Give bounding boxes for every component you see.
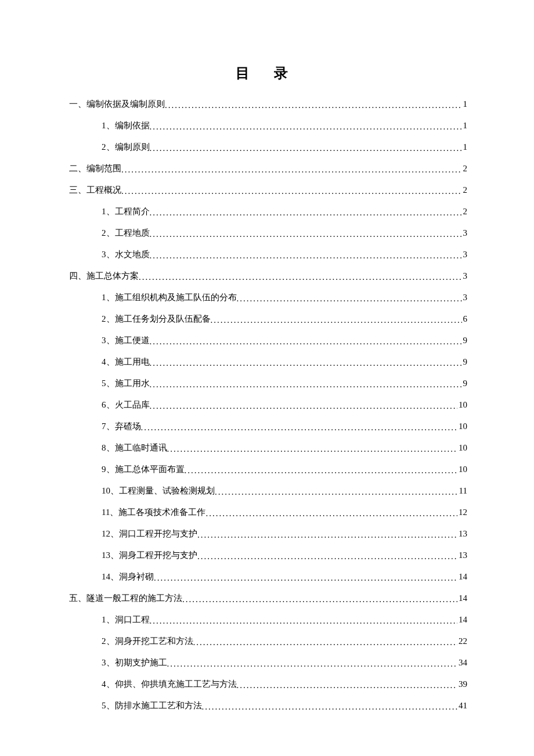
toc-entry-label: 一、编制依据及编制原则 [69, 100, 165, 109]
toc-entry: 2、编制原则 1 [67, 143, 467, 164]
toc-leader-dots [121, 165, 462, 174]
toc-entry-label: 5、施工用水 [102, 379, 150, 388]
toc-entry-page: 13 [457, 530, 467, 538]
toc-entry-page: 9 [462, 379, 468, 388]
toc-entry-page: 2 [462, 207, 468, 216]
toc-leader-dots [165, 101, 462, 110]
toc-leader-dots [150, 359, 462, 368]
toc-leader-dots [237, 294, 462, 303]
toc-entry: 14、洞身衬砌 14 [67, 573, 467, 594]
toc-leader-dots [150, 617, 458, 625]
toc-entry: 二、编制范围 2 [67, 164, 467, 186]
toc-entry: 5、防排水施工工艺和方法 41 [67, 701, 467, 723]
toc-entry-page: 3 [462, 250, 468, 259]
toc-leader-dots [237, 681, 458, 690]
toc-entry-label: 3、初期支护施工 [102, 658, 167, 667]
toc-entry: 11、施工各项技术准备工作 12 [67, 508, 467, 530]
toc-entry-page: 9 [462, 336, 468, 345]
toc-entry-page: 6 [462, 315, 468, 323]
toc-entry-page: 39 [457, 680, 467, 689]
toc-entry-label: 二、编制范围 [69, 164, 121, 173]
toc-leader-dots [139, 273, 462, 282]
toc-leader-dots [197, 531, 457, 539]
toc-entry-label: 11、施工各项技术准备工作 [102, 508, 205, 517]
toc-entry-label: 1、洞口工程 [102, 615, 150, 624]
toc-leader-dots [150, 380, 462, 389]
toc-entry: 五、隧道一般工程的施工方法 14 [67, 594, 467, 615]
toc-leader-dots [150, 123, 462, 131]
toc-entry-page: 2 [462, 186, 468, 195]
toc-leader-dots [150, 402, 458, 411]
toc-entry-page: 9 [462, 358, 468, 366]
toc-entry-label: 2、施工任务划分及队伍配备 [102, 315, 211, 323]
toc-entry-label: 三、工程概况 [69, 186, 121, 195]
toc-entry-label: 6、火工品库 [102, 401, 150, 409]
toc-entry: 四、施工总体方案 3 [67, 272, 467, 293]
toc-entry: 9、施工总体平面布置 10 [67, 465, 467, 487]
toc-entry: 7、弃碴场 10 [67, 422, 467, 444]
toc-title: 目 录 [67, 64, 467, 82]
toc-entry-label: 13、洞身工程开挖与支护 [102, 551, 197, 560]
toc-entry-page: 12 [457, 508, 467, 517]
toc-entry-label: 14、洞身衬砌 [102, 573, 154, 581]
toc-leader-dots [202, 703, 458, 711]
toc-entry-page: 1 [462, 121, 468, 130]
toc-entry-page: 10 [457, 444, 467, 452]
toc-entry-label: 9、施工总体平面布置 [102, 465, 185, 474]
toc-entry: 2、工程地质 3 [67, 229, 467, 250]
toc-entry: 8、施工临时通讯 10 [67, 444, 467, 465]
toc-entry: 4、施工用电 9 [67, 358, 467, 379]
toc-entry: 1、编制依据 1 [67, 121, 467, 143]
toc-leader-dots [197, 552, 457, 561]
toc-entry-page: 22 [457, 637, 467, 646]
toc-entry-label: 1、工程简介 [102, 207, 150, 216]
toc-leader-dots [185, 466, 458, 475]
toc-leader-dots [205, 509, 457, 518]
toc-entry: 三、工程概况 2 [67, 186, 467, 207]
toc-entry: 3、水文地质 3 [67, 250, 467, 272]
toc-leader-dots [211, 316, 462, 325]
toc-entry-page: 34 [457, 658, 467, 667]
toc-entry-page: 14 [457, 573, 467, 581]
toc-leader-dots [141, 423, 458, 432]
toc-leader-dots [150, 144, 462, 153]
toc-entry-page: 10 [457, 465, 467, 474]
toc-entry-label: 3、水文地质 [102, 250, 150, 259]
toc-leader-dots [154, 574, 457, 582]
toc-entry-page: 3 [462, 229, 468, 237]
toc-entry-label: 3、施工便道 [102, 336, 150, 345]
toc-leader-dots [167, 660, 458, 668]
toc-entry-page: 2 [462, 164, 468, 173]
toc-entry-label: 8、施工临时通讯 [102, 444, 167, 452]
toc-leader-dots [150, 337, 462, 346]
toc-leader-dots [121, 187, 462, 196]
toc-entry-label: 4、施工用电 [102, 358, 150, 366]
toc-entry-page: 10 [457, 401, 467, 409]
toc-entry-label: 2、编制原则 [102, 143, 150, 152]
toc-leader-dots [150, 251, 462, 260]
toc-entry-label: 12、洞口工程开挖与支护 [102, 530, 197, 538]
toc-entry-page: 41 [457, 701, 467, 710]
toc-entry-page: 3 [462, 272, 468, 280]
toc-entry-page: 11 [458, 487, 467, 495]
toc-entry: 4、仰拱、仰拱填充施工工艺与方法 39 [67, 680, 467, 701]
toc-entry: 10、工程测量、试验检测规划 11 [67, 487, 467, 508]
toc-entry-label: 四、施工总体方案 [69, 272, 139, 280]
page-content: 目 录 一、编制依据及编制原则 11、编制依据 12、编制原则 1二、编制范围 … [0, 0, 534, 756]
toc-entry: 1、工程简介 2 [67, 207, 467, 229]
toc-entry: 5、施工用水 9 [67, 379, 467, 401]
toc-leader-dots [182, 595, 457, 604]
toc-entry: 13、洞身工程开挖与支护 13 [67, 551, 467, 573]
toc-entry: 一、编制依据及编制原则 1 [67, 100, 467, 121]
toc-entry-label: 五、隧道一般工程的施工方法 [69, 594, 182, 603]
toc-entry-label: 2、洞身开挖工艺和方法 [102, 637, 193, 646]
toc-entry-page: 14 [457, 615, 467, 624]
toc-entry-label: 2、工程地质 [102, 229, 150, 237]
toc-entry-label: 7、弃碴场 [102, 422, 141, 431]
toc-entry-page: 1 [462, 143, 468, 152]
toc-entry: 2、洞身开挖工艺和方法 22 [67, 637, 467, 658]
toc-entry-page: 3 [462, 293, 468, 302]
toc-entry: 1、洞口工程 14 [67, 615, 467, 637]
toc-list: 一、编制依据及编制原则 11、编制依据 12、编制原则 1二、编制范围 2三、工… [67, 100, 467, 723]
toc-entry-label: 4、仰拱、仰拱填充施工工艺与方法 [102, 680, 237, 689]
